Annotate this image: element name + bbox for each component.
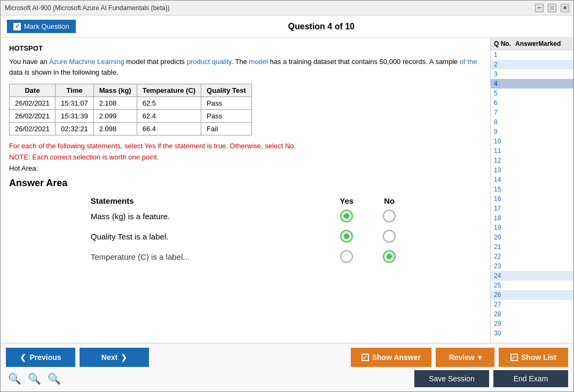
- show-list-label: Show List: [521, 353, 556, 362]
- nav-row2: 🔍 🔍 🔍 Save Session End Exam: [6, 370, 568, 387]
- sidebar-row[interactable]: 11: [491, 146, 573, 156]
- sidebar-row[interactable]: 29: [491, 319, 573, 329]
- col-quality: Quality Test: [201, 84, 251, 97]
- sidebar-row[interactable]: 20: [491, 233, 573, 242]
- sidebar-answer: [515, 330, 538, 337]
- radio-yes-1[interactable]: [325, 210, 368, 222]
- question-sidebar: Q No. Answer Marked 12345678910111213141…: [491, 38, 573, 343]
- end-exam-button[interactable]: End Exam: [493, 370, 568, 387]
- radio-circle-yes-1[interactable]: [340, 210, 353, 222]
- zoom-in-button[interactable]: 🔍: [45, 371, 63, 386]
- previous-button[interactable]: Previous: [6, 348, 75, 367]
- sidebar-row[interactable]: 14: [491, 175, 573, 185]
- sidebar-q-num: 4: [494, 80, 515, 87]
- sidebar-row[interactable]: 10: [491, 137, 573, 146]
- sidebar-marked: [538, 214, 570, 222]
- radio-yes-2[interactable]: [325, 230, 368, 243]
- window-title: Microsoft AI-900 (Microsoft Azure AI Fun…: [5, 4, 170, 12]
- statement-3: Temperature (C) is a label...: [80, 252, 326, 261]
- sidebar-answer: [515, 176, 538, 183]
- sidebar-row[interactable]: 21: [491, 242, 573, 252]
- sidebar-q-num: 30: [494, 330, 515, 337]
- sidebar-row[interactable]: 12: [491, 156, 573, 165]
- title-bar: Microsoft AI-900 (Microsoft Azure AI Fun…: [1, 1, 573, 15]
- sidebar-q-num: 14: [494, 176, 515, 183]
- sidebar-row[interactable]: 18: [491, 213, 573, 223]
- radio-circle-no-2[interactable]: [383, 230, 396, 243]
- sidebar-q-num: 26: [494, 291, 515, 299]
- sidebar-row[interactable]: 8: [491, 117, 573, 127]
- sidebar-answer: [515, 205, 538, 212]
- sidebar-q-num: 29: [494, 320, 515, 327]
- sidebar-row[interactable]: 25: [491, 281, 573, 290]
- radio-circle-no-3[interactable]: [383, 250, 396, 263]
- sidebar-marked: [538, 99, 570, 107]
- sidebar-row[interactable]: 24: [491, 271, 573, 281]
- sidebar-row[interactable]: 22: [491, 252, 573, 261]
- sidebar-marked: [538, 262, 570, 270]
- radio-circle-no-1[interactable]: [383, 210, 396, 222]
- sidebar-row[interactable]: 17: [491, 204, 573, 213]
- sidebar-answer: [515, 61, 538, 68]
- sidebar-answer: [515, 138, 538, 145]
- sidebar-row[interactable]: 6: [491, 98, 573, 108]
- sidebar-row[interactable]: 2: [491, 60, 573, 69]
- save-session-button[interactable]: Save Session: [414, 370, 489, 387]
- sidebar-q-num: 21: [494, 243, 515, 251]
- sidebar-row[interactable]: 9: [491, 127, 573, 137]
- sidebar-q-num: 10: [494, 138, 515, 145]
- radio-circle-yes-3[interactable]: [340, 250, 353, 263]
- sidebar-q-num: 5: [494, 90, 515, 97]
- sidebar-marked: [538, 310, 570, 318]
- show-answer-button[interactable]: ✓ Show Answer: [351, 348, 431, 367]
- sidebar-q-num: 23: [494, 262, 515, 270]
- sidebar-row[interactable]: 30: [491, 329, 573, 338]
- sidebar-q-num: 7: [494, 109, 515, 116]
- sidebar-marked: [538, 224, 570, 231]
- radio-no-2[interactable]: [368, 230, 411, 243]
- sidebar-row[interactable]: 13: [491, 165, 573, 175]
- close-button[interactable]: ✕: [561, 4, 569, 12]
- sidebar-answer: [515, 214, 538, 222]
- sidebar-answer: [515, 147, 538, 155]
- sidebar-q-num: 15: [494, 186, 515, 193]
- chevron-left-icon: [20, 353, 26, 362]
- sidebar-answer: [515, 320, 538, 327]
- sidebar-answer: [515, 99, 538, 107]
- show-list-button[interactable]: ✓ Show List: [499, 348, 568, 367]
- sidebar-row[interactable]: 26: [491, 290, 573, 300]
- question-text: You have an Azure Machine Learning model…: [9, 57, 482, 77]
- sidebar-row[interactable]: 3: [491, 69, 573, 79]
- zoom-controls: 🔍 🔍 🔍: [6, 371, 63, 386]
- maximize-button[interactable]: □: [548, 4, 556, 12]
- sidebar-row[interactable]: 27: [491, 300, 573, 309]
- sidebar-row[interactable]: 5: [491, 89, 573, 98]
- radio-no-1[interactable]: [368, 210, 411, 222]
- sidebar-row[interactable]: 23: [491, 261, 573, 271]
- radio-no-3[interactable]: [368, 250, 411, 263]
- sidebar-row[interactable]: 7: [491, 108, 573, 117]
- answer-area-title: Answer Area: [9, 178, 482, 189]
- sidebar-answer: [515, 195, 538, 203]
- minimize-button[interactable]: ─: [535, 4, 544, 12]
- sidebar-row[interactable]: 16: [491, 194, 573, 204]
- mark-question-button[interactable]: Mark Question: [7, 20, 76, 33]
- sidebar-row[interactable]: 1: [491, 50, 573, 60]
- data-table: Date Time Mass (kg) Temperature (C) Qual…: [9, 84, 252, 135]
- sidebar-marked: [538, 234, 570, 241]
- sidebar-answer: [515, 310, 538, 318]
- review-button[interactable]: Review ▾: [436, 348, 494, 367]
- next-button[interactable]: Next: [80, 348, 149, 367]
- sidebar-marked: [538, 253, 570, 260]
- radio-circle-yes-2[interactable]: [340, 230, 353, 243]
- zoom-out-button[interactable]: 🔍: [6, 371, 23, 386]
- radio-yes-3[interactable]: [325, 250, 368, 263]
- table-row: 26/02/2021 15:31:39 2.099 62.4 Pass: [10, 110, 252, 123]
- sidebar-q-num: 9: [494, 128, 515, 135]
- sidebar-row[interactable]: 19: [491, 223, 573, 233]
- zoom-reset-button[interactable]: 🔍: [26, 371, 43, 386]
- col-temp: Temperature (C): [137, 84, 201, 97]
- sidebar-row[interactable]: 4: [491, 79, 573, 89]
- sidebar-row[interactable]: 15: [491, 185, 573, 194]
- sidebar-row[interactable]: 28: [491, 309, 573, 319]
